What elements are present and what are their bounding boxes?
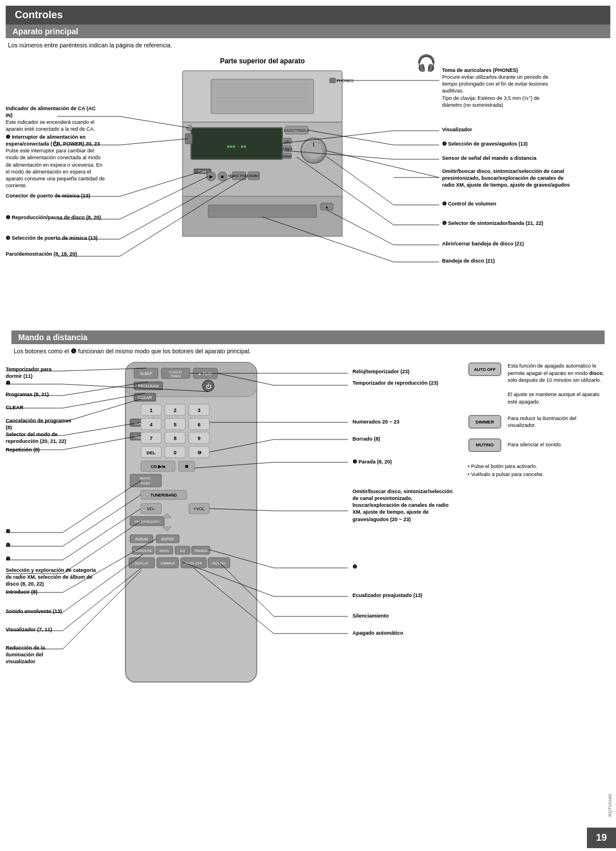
svg-text:5: 5 — [173, 422, 176, 427]
svg-text:4: 4 — [149, 422, 152, 427]
label-ac-in: Indicador de alimentación de CA (AC IN) … — [6, 105, 103, 133]
svg-text:MUSIC: MUSIC — [140, 477, 151, 480]
label-volume: ❺ Control de volumen — [442, 200, 496, 207]
muting-group: MUTING Para silenciar el sonido. — [468, 438, 605, 452]
muting-button[interactable]: MUTING — [468, 438, 502, 452]
remote-label-music3: ❸ — [6, 528, 10, 535]
aparato-subtext: Los números entre paréntesis indican la … — [0, 38, 616, 51]
label-skip: Omitir/buscar disco, sintonizar/selecció… — [442, 168, 570, 188]
remote-label-stop: ❷ Parada (8, 20) — [352, 458, 392, 465]
side-buttons-group: AUTO OFF Esta función de apagado automát… — [468, 362, 605, 477]
svg-text:▲: ▲ — [325, 205, 329, 209]
svg-text:TUNER/BAND: TUNER/BAND — [151, 493, 177, 497]
remote-label-eq: Ecualizador preajustado (13) — [352, 592, 423, 599]
label-remote-sensor: Sensor de señal del mando a distancia — [442, 155, 537, 162]
section-aparato: Aparato principal Los números entre paré… — [0, 25, 616, 51]
svg-text:DEL: DEL — [147, 450, 156, 455]
dimmer-button[interactable]: DIMMER — [468, 415, 502, 429]
aparato-header: Aparato principal — [6, 25, 610, 38]
svg-text:3: 3 — [197, 408, 200, 413]
auto-off-button[interactable]: AUTO OFF — [468, 362, 502, 376]
svg-text:CD ▶/■: CD ▶/■ — [151, 464, 165, 469]
remote-label-dim: Reducción de la iluminación del visualiz… — [6, 644, 74, 665]
bullet1: • Pulse el botón para activarlo. — [468, 463, 605, 469]
headphone-icon: 🎧 — [416, 54, 436, 72]
remote-label-playtimer: Temporizador de reproducción (23) — [352, 380, 438, 386]
svg-text:1: 1 — [149, 408, 152, 413]
svg-text:▶: ▶ — [209, 174, 213, 179]
svg-text:⏻: ⏻ — [206, 384, 212, 389]
auto-off-desc: Esta función de apagado automático le pe… — [508, 362, 605, 406]
remote-label-xm: Selección y exploración de categoría de … — [6, 567, 97, 587]
remote-label-playmode: Selector del modo de reproducción (20, 2… — [6, 431, 80, 445]
label-visualizador: Visualizador — [442, 126, 472, 133]
remote-label-power: ❶ — [6, 380, 10, 386]
svg-text:SURROUND: SURROUND — [134, 549, 152, 552]
svg-rect-39 — [208, 205, 317, 217]
muting-shape[interactable]: MUTING — [468, 438, 501, 452]
label-music-port-sel: ❸ Selección de puerto de música (13) — [6, 235, 98, 241]
svg-text:ENTER: ENTER — [161, 537, 174, 541]
auto-off-group: AUTO OFF Esta función de apagado automát… — [468, 362, 605, 406]
remote-label-autooff: Apagado automático — [352, 630, 403, 636]
label-stop-demo: Paro/demostración (8, 18, 20) — [6, 251, 77, 257]
muting-desc: Para silenciar el sonido. — [508, 441, 562, 449]
page-number: 19 — [587, 828, 616, 848]
remote-label-tuner6: ❻ — [6, 542, 10, 548]
remote-label-program: Programas (8, 21) — [6, 391, 49, 398]
svg-text:TIMER: TIMER — [171, 374, 181, 378]
dimmer-desc: Para reducir la iluminación del visualiz… — [508, 415, 605, 429]
label-cd-tray: Bandeja de disco (21) — [442, 257, 495, 264]
page-title: Controles — [6, 6, 610, 25]
svg-text:BASS: BASS — [160, 549, 169, 552]
label-tuner-band: ❻ Selector de sintonizador/banda (21, 22… — [442, 220, 544, 227]
svg-rect-9 — [330, 78, 335, 83]
label-phones: Toma de auriculares (PHONES) Procure evi… — [442, 67, 556, 108]
label-open-close: Abrir/cerrar bandeja de disco (21) — [442, 240, 524, 247]
remote-label-clock: Reloj/temporizador (23) — [352, 368, 410, 375]
remote-label-display: Visualizador (7, 11) — [6, 626, 52, 633]
remote-area: SLEEP CLOCK/ TIMER ⏵PLAY PROGRAM ⏻ CLEAR… — [6, 357, 610, 699]
svg-text:■■■ -- ■■: ■■■ -- ■■ — [227, 144, 246, 149]
svg-text:TREBLE: TREBLE — [194, 549, 207, 552]
svg-text:6: 6 — [197, 422, 200, 427]
label-power: ❶ Interruptor de alimentación en espera/… — [6, 134, 106, 189]
svg-line-45 — [120, 139, 188, 145]
dimmer-shape[interactable]: DIMMER — [468, 415, 501, 429]
mando-header: Mando a distancia — [11, 330, 605, 344]
auto-off-shape[interactable]: AUTO OFF — [468, 362, 501, 376]
dimmer-group: DIMMER Para reducir la iluminación del v… — [468, 415, 605, 429]
doc-code: RQTV0160 — [607, 794, 613, 817]
svg-text:SLEEP: SLEEP — [140, 372, 152, 376]
svg-text:EQ: EQ — [180, 549, 185, 552]
svg-rect-74 — [125, 362, 257, 397]
svg-text:0: 0 — [173, 450, 176, 455]
remote-label-sleep: Temporizador para dormir (11) — [6, 366, 68, 380]
svg-text:■: ■ — [221, 174, 224, 179]
svg-text:Parte superior del aparato: Parte superior del aparato — [220, 57, 305, 65]
svg-text:⑩: ⑩ — [197, 450, 201, 455]
remote-label-cancel: Cancelación de programas (8) — [6, 417, 74, 431]
svg-text:⏵PLAY: ⏵PLAY — [198, 372, 212, 376]
svg-text:■: ■ — [185, 463, 188, 469]
remote-label-borrado: Borrado (8) — [352, 435, 380, 442]
svg-text:PORT: PORT — [141, 482, 151, 485]
svg-text:PHONES: PHONES — [337, 79, 354, 83]
remote-label-clear: CLEAR — [6, 404, 23, 411]
svg-text:+VOL: +VOL — [193, 506, 204, 511]
mando-subtext: Los botones como el ❶ funcionan del mism… — [6, 344, 610, 357]
svg-line-43 — [120, 116, 189, 128]
remote-label-bass4: ❹ — [352, 563, 357, 570]
remote-label-skip2: Omitir/buscar disco, sintonizar/selecció… — [352, 488, 458, 523]
svg-text:TUNER: TUNER — [282, 147, 293, 151]
svg-text:DISPLAY: DISPLAY — [135, 562, 149, 565]
svg-text:PORT: PORT — [198, 170, 206, 174]
svg-text:9: 9 — [197, 435, 200, 441]
svg-text:CLOCK/: CLOCK/ — [169, 370, 183, 374]
remote-label-repeat: Repetición (8) — [6, 446, 40, 453]
svg-text:7: 7 — [149, 435, 152, 441]
remote-label-silenc: Silenciamiento — [352, 612, 389, 619]
bullet2: • Vuélvalo a pulsar para cancelar. — [468, 471, 605, 477]
svg-text:ALBUM: ALBUM — [135, 537, 148, 541]
svg-text:BAND: BAND — [282, 155, 291, 158]
